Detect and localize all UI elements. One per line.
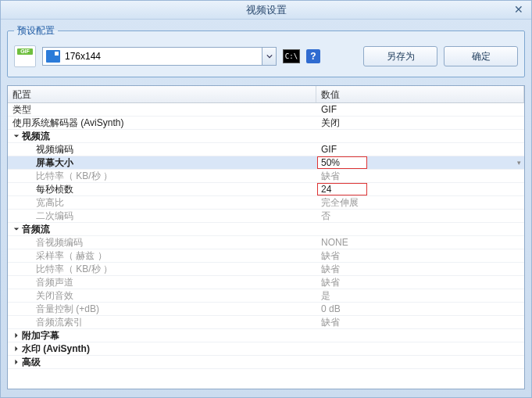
row-fps[interactable]: 每秒桢数 24 [8,183,524,196]
row-decoder[interactable]: 使用系统解码器 (AviSynth) 关闭 [8,117,524,130]
dialog-window: 视频设置 ✕ 预设配置 C:\ ? 另存为 确定 [0,0,532,398]
gif-file-icon [14,45,36,67]
expand-icon[interactable] [12,358,20,366]
preset-fieldset: 预设配置 C:\ ? 另存为 确定 [7,24,525,77]
screen-size-input[interactable]: 50% [317,156,367,169]
resolution-input[interactable] [63,48,262,65]
preset-row: C:\ ? 另存为 确定 [14,45,518,67]
row-screen-size[interactable]: 屏幕大小 50% ▾ [8,156,524,170]
chevron-down-icon[interactable] [262,48,276,65]
close-icon[interactable]: ✕ [512,4,525,16]
expand-icon[interactable] [12,332,20,339]
fps-input[interactable]: 24 [317,183,367,195]
collapse-icon[interactable] [12,132,20,140]
row-volume: 音量控制 (+dB) 0 dB [8,303,524,316]
preset-legend: 预设配置 [14,24,58,38]
row-sample-rate: 采样率（ 赫兹 ） 缺省 [8,249,524,263]
row-bitrate: 比特率（ KB/秒 ） 缺省 [8,170,524,183]
monitor-icon [46,50,60,63]
row-aspect: 宽高比 完全伸展 [8,196,524,210]
command-line-icon[interactable]: C:\ [283,49,300,63]
row-secondary: 二次编码 否 [8,210,524,223]
grid-header: 配置 数值 [8,86,524,103]
save-as-button[interactable]: 另存为 [363,46,437,66]
row-subtitle-group[interactable]: 附加字幕 [8,329,524,342]
help-icon[interactable]: ? [306,49,320,63]
property-grid: 配置 数值 类型 GIF 使用系统解码器 (AviSynth) 关闭 视频流 [7,85,525,389]
ok-button[interactable]: 确定 [444,46,518,66]
row-video-codec[interactable]: 视频编码 GIF [8,143,524,156]
row-channels: 音频声道 缺省 [8,276,524,289]
content-area: 预设配置 C:\ ? 另存为 确定 配置 数值 [1,20,531,397]
row-mute: 关闭音效 是 [8,289,524,303]
row-type[interactable]: 类型 GIF [8,103,524,117]
row-watermark-group[interactable]: 水印 (AviSynth) [8,342,524,356]
column-value[interactable]: 数值 [316,86,524,102]
row-advanced-group[interactable]: 高级 [8,356,524,369]
row-av-codec: 音视频编码 NONE [8,236,524,249]
collapse-icon[interactable] [12,225,20,233]
resolution-combo[interactable] [42,47,277,66]
row-audio-index: 音频流索引 缺省 [8,316,524,329]
grid-body[interactable]: 类型 GIF 使用系统解码器 (AviSynth) 关闭 视频流 视频编码 [8,103,524,389]
column-config[interactable]: 配置 [8,86,316,102]
chevron-down-icon[interactable]: ▾ [517,159,521,167]
window-title: 视频设置 [1,3,531,17]
row-audio-stream-group[interactable]: 音频流 [8,223,524,236]
titlebar: 视频设置 ✕ [1,1,531,20]
row-video-stream-group[interactable]: 视频流 [8,130,524,143]
row-audio-bitrate: 比特率（ KB/秒 ） 缺省 [8,263,524,276]
expand-icon[interactable] [12,345,20,353]
